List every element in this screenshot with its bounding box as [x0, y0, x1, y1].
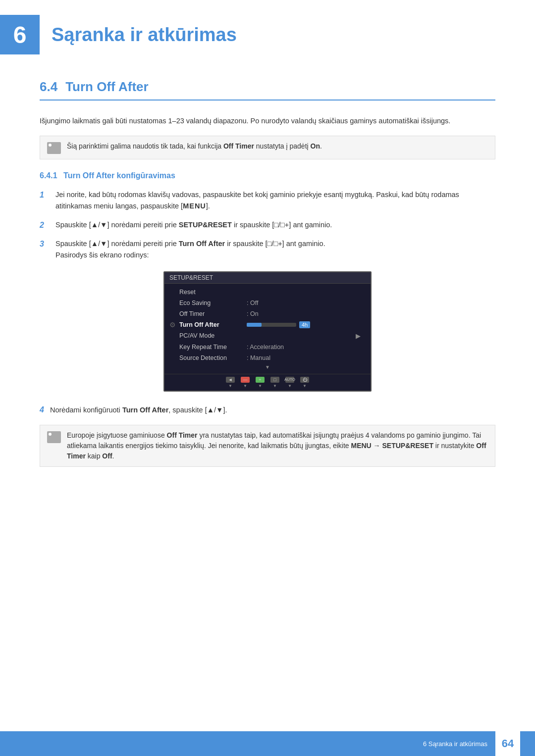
screen-row-label: Eco Saving — [179, 300, 244, 306]
step-text: Spauskite [▲/▼] norėdami pereiti prie Tu… — [55, 238, 495, 261]
page-header: 6 Sąranka ir atkūrimas — [0, 0, 535, 64]
screen-row-value: ▶ — [356, 332, 361, 340]
screen-row-label: Key Repeat Time — [179, 344, 244, 351]
bottom-btn-minus: — ▼ — [241, 377, 250, 388]
step-number: 3 — [40, 238, 52, 251]
chapter-number: 6 — [13, 21, 27, 49]
list-item: 3 Spauskite [▲/▼] norėdami pereiti prie … — [40, 238, 495, 261]
screen-row-offtimer: Off Timer : On — [164, 308, 371, 319]
main-content: 6.4 Turn Off After Išjungimo laikmatis g… — [0, 69, 535, 508]
screen-row-label: PC/AV Mode — [179, 332, 244, 339]
note-icon-1 — [47, 142, 61, 154]
note-box-2: Europoje įsigytuose gaminiuose Off Timer… — [40, 425, 495, 467]
page-footer: 6 Sąranka ir atkūrimas 64 — [0, 731, 535, 756]
btn-icon-back: ◄ — [226, 377, 235, 383]
subsection-num: 6.4.1 — [40, 171, 57, 180]
screen-mockup: SETUP&RESET Reset Eco Saving : Off Off T… — [163, 271, 372, 392]
screen-row-label: Source Detection — [179, 354, 244, 361]
slider-fill — [247, 323, 262, 327]
screen-bottom-bar: ◄ ▼ — ▼ + ▼ □ ▼ AUTO ▼ — [164, 374, 371, 391]
step-text: Jei norite, kad būtų rodomas klavišų vad… — [55, 189, 495, 212]
subsection-title-text: Turn Off After konfigūravimas — [63, 171, 175, 180]
footer-text: 6 Sąranka ir atkūrimas — [423, 740, 487, 748]
step4-text: 4 Norėdami konfigūruoti Turn Off After, … — [40, 403, 495, 416]
screen-row-value: : Off — [247, 300, 258, 306]
bottom-btn-auto: AUTO ▼ — [285, 377, 294, 388]
screen-menu: Reset Eco Saving : Off Off Timer : On ⚙ … — [164, 284, 371, 374]
slider-container: 4h — [247, 321, 310, 328]
btn-label: ▼ — [303, 384, 307, 388]
screen-row-value: : On — [247, 310, 259, 317]
btn-label: ▼ — [258, 384, 262, 388]
step-text: Spauskite [▲/▼] norėdami pereiti prie SE… — [55, 219, 495, 231]
screen-row-keyrepeat: Key Repeat Time : Acceleration — [164, 342, 371, 353]
note-box-1: Šią parinktimi galima naudotis tik tada,… — [40, 136, 495, 159]
btn-icon-auto: AUTO — [285, 377, 294, 383]
btn-label: ▼ — [273, 384, 277, 388]
list-item: 1 Jei norite, kad būtų rodomas klavišų v… — [40, 189, 495, 212]
screen-row-label: Reset — [179, 289, 244, 296]
subsection-title: 6.4.1 Turn Off After konfigūravimas — [40, 171, 495, 180]
note-text-1: Šią parinktimi galima naudotis tik tada,… — [67, 141, 322, 151]
section-number: 6.4 — [40, 79, 57, 95]
slider-value: 4h — [299, 321, 310, 328]
screen-row-value: : Acceleration — [247, 344, 284, 351]
note-icon-2 — [47, 431, 61, 443]
btn-label: ▼ — [228, 384, 232, 388]
btn-icon-enter: □ — [270, 377, 279, 383]
section-header: 6.4 Turn Off After — [40, 79, 495, 101]
btn-icon-minus: — — [241, 377, 250, 383]
scroll-indicator: ▼ — [164, 363, 371, 371]
screen-row-label: Turn Off After — [179, 321, 244, 328]
screen-header: SETUP&RESET — [164, 272, 371, 284]
step-number: 2 — [40, 219, 52, 232]
list-item: 2 Spauskite [▲/▼] norėdami pereiti prie … — [40, 219, 495, 232]
section-title: Turn Off After — [65, 79, 149, 95]
intro-text: Išjungimo laikmatis gali būti nustatomas… — [40, 115, 495, 127]
bottom-btn-enter: □ ▼ — [270, 377, 279, 388]
chapter-number-box: 6 — [0, 15, 40, 54]
btn-icon-plus: + — [256, 377, 265, 383]
btn-label: ▼ — [243, 384, 247, 388]
slider-track — [247, 323, 296, 327]
bottom-btn-back: ◄ ▼ — [226, 377, 235, 388]
btn-icon-power: ⏻ — [300, 377, 309, 383]
screen-row-eco: Eco Saving : Off — [164, 298, 371, 308]
steps-list: 1 Jei norite, kad būtų rodomas klavišų v… — [40, 189, 495, 261]
bottom-btn-plus: + ▼ — [256, 377, 265, 388]
bottom-btn-power: ⏻ ▼ — [300, 377, 309, 388]
note-text-2: Europoje įsigytuose gaminiuose Off Timer… — [67, 430, 488, 461]
screen-row-label: Off Timer — [179, 310, 244, 317]
screen-row-reset: Reset — [164, 287, 371, 298]
screen-row-pcav: PC/AV Mode ▶ — [164, 330, 371, 342]
screen-row-turnoffafter: ⚙ Turn Off After 4h — [164, 319, 371, 330]
screen-row-value: : Manual — [247, 354, 270, 361]
screen-container: SETUP&RESET Reset Eco Saving : Off Off T… — [40, 271, 495, 392]
chapter-title: Sąranka ir atkūrimas — [52, 24, 237, 46]
footer-page-number: 64 — [495, 731, 520, 756]
step-number: 1 — [40, 189, 52, 202]
gear-icon: ⚙ — [169, 321, 176, 329]
btn-label: ▼ — [288, 384, 292, 388]
screen-row-sourcedetect: Source Detection : Manual — [164, 353, 371, 363]
